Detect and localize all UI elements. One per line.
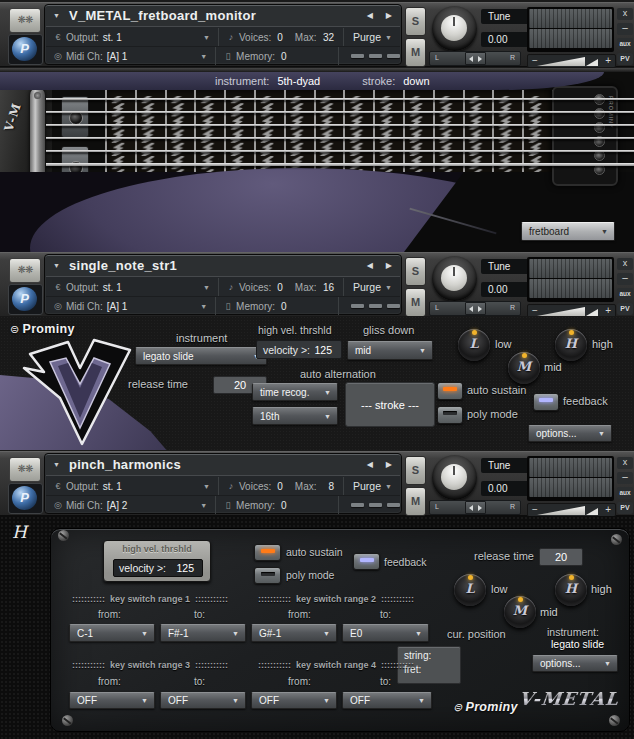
ks3-to-dropdown[interactable]: OFF▼ <box>160 692 246 709</box>
next-instrument-icon[interactable]: ▶ <box>386 11 392 20</box>
aux-button[interactable]: aux <box>617 487 633 499</box>
to-label: to: <box>194 609 205 620</box>
pv-button[interactable]: PV <box>617 502 633 514</box>
purge-menu[interactable]: Purge ▼ <box>343 278 400 296</box>
collapse-arrow-icon[interactable]: ▼ <box>53 12 60 19</box>
output-select[interactable]: € Output:st. 1 ▼ <box>46 278 218 296</box>
tune-knob[interactable] <box>432 455 477 500</box>
instrument-dropdown[interactable]: legato slide▼ <box>135 347 267 365</box>
options-dropdown[interactable]: options...▼ <box>528 425 612 442</box>
release-time-value[interactable]: 20 <box>539 548 583 566</box>
ks2-from-dropdown[interactable]: G#-1▼ <box>251 624 337 642</box>
volume-thumb[interactable] <box>586 309 598 316</box>
feedback-button[interactable] <box>353 553 380 570</box>
close-button[interactable]: x <box>617 258 633 270</box>
volume-slider[interactable]: −+ <box>527 54 616 68</box>
poly-mode-button[interactable] <box>437 406 463 424</box>
gear-icon: ❋❋ <box>18 14 33 25</box>
volume-thumb[interactable] <box>586 59 598 66</box>
volume-thumb[interactable] <box>586 508 598 515</box>
auto-sustain-button[interactable] <box>437 382 463 400</box>
purge-menu[interactable]: Purge ▼ <box>343 477 400 495</box>
slot-title[interactable]: single_note_str1 <box>69 258 177 273</box>
slot-title[interactable]: pinch_harmonics <box>69 457 181 472</box>
slot-title[interactable]: V_METAL_fretboard_monitor <box>69 8 256 23</box>
mid-knob[interactable]: M <box>508 352 540 384</box>
time-recognition-dropdown[interactable]: time recog.▼ <box>252 383 338 401</box>
close-button[interactable]: x <box>617 457 633 469</box>
pv-button[interactable]: PV <box>617 53 633 65</box>
feedback-button[interactable] <box>533 393 559 411</box>
guitar-string <box>46 150 634 152</box>
tune-knob[interactable] <box>432 6 477 51</box>
collapse-arrow-icon[interactable]: ▼ <box>53 461 60 468</box>
prev-instrument-icon[interactable]: ◀ <box>367 460 373 469</box>
aux-button[interactable]: aux <box>617 38 633 50</box>
mute-button[interactable]: M <box>405 38 426 67</box>
low-knob[interactable]: L <box>458 329 490 361</box>
instrument-slot-header-2: ❋❋ P ▼ single_note_str1 ◀▶ € Output:st. … <box>0 252 634 317</box>
max-voices-value[interactable]: 32 <box>323 32 334 43</box>
midi-channel-select[interactable]: ◎ Midi Ch:[A] 1 ▼ <box>46 297 215 315</box>
pan-thumb[interactable] <box>465 501 486 514</box>
auto-sustain-button[interactable] <box>254 544 281 561</box>
mute-button[interactable]: M <box>405 487 426 516</box>
ks1-from-dropdown[interactable]: C-1▼ <box>69 624 155 642</box>
prominy-logo-icon: P <box>12 37 37 61</box>
instrument-value: legato slide <box>551 638 604 650</box>
high-knob-label: high <box>591 583 612 595</box>
solo-button[interactable]: S <box>405 257 426 286</box>
mid-knob-glyph: M <box>504 603 536 618</box>
view-selector-dropdown[interactable]: fretboard ▼ <box>521 222 615 241</box>
next-instrument-icon[interactable]: ▶ <box>386 460 392 469</box>
output-select[interactable]: € Output:st. 1 ▼ <box>46 477 218 495</box>
purge-menu[interactable]: Purge ▼ <box>343 28 400 46</box>
aux-button[interactable]: aux <box>617 288 633 300</box>
mute-button[interactable]: M <box>405 288 426 317</box>
high-knob[interactable]: H <box>555 574 587 606</box>
pan-slider[interactable]: LR <box>429 301 521 316</box>
options-dropdown[interactable]: options...▼ <box>532 655 618 672</box>
gliss-down-dropdown[interactable]: mid▼ <box>347 341 433 360</box>
pan-thumb[interactable] <box>465 302 486 315</box>
prominy-logo: P <box>8 284 43 315</box>
chevron-down-icon: ▼ <box>418 697 425 704</box>
minimize-button[interactable]: – <box>617 472 633 484</box>
slot-options-button[interactable]: ❋❋ <box>9 258 41 283</box>
ks2-to-dropdown[interactable]: E0▼ <box>342 624 429 642</box>
volume-slider[interactable]: −+ <box>527 503 616 517</box>
minimize-button[interactable]: – <box>617 23 633 35</box>
minimize-button[interactable]: – <box>617 273 633 285</box>
ks4-to-dropdown[interactable]: OFF▼ <box>342 692 432 709</box>
poly-mode-button[interactable] <box>254 567 281 584</box>
max-voices-value[interactable]: 8 <box>328 481 334 492</box>
prev-instrument-icon[interactable]: ◀ <box>367 261 373 270</box>
max-voices-value[interactable]: 16 <box>323 282 334 293</box>
velocity-threshold-value[interactable]: velocity >: 125 <box>113 559 203 577</box>
note-division-dropdown[interactable]: 16th▼ <box>252 407 338 425</box>
output-select[interactable]: € Output:st. 1 ▼ <box>46 28 218 46</box>
close-button[interactable]: x <box>617 8 633 20</box>
mid-knob[interactable]: M <box>504 596 536 628</box>
pan-slider[interactable]: LR <box>429 500 521 515</box>
solo-button[interactable]: S <box>405 7 426 36</box>
low-knob[interactable]: L <box>454 574 486 606</box>
solo-button[interactable]: S <box>405 456 426 485</box>
high-knob[interactable]: H <box>555 329 587 361</box>
prev-instrument-icon[interactable]: ◀ <box>367 11 373 20</box>
tune-knob[interactable] <box>432 256 477 301</box>
pinch-harmonics-panel: H high vel. thrshld velocity >: 125 auto… <box>0 516 634 739</box>
pv-button[interactable]: PV <box>617 303 633 315</box>
collapse-arrow-icon[interactable]: ▼ <box>53 262 60 269</box>
velocity-threshold-value[interactable]: velocity >: 125 <box>256 340 342 359</box>
next-instrument-icon[interactable]: ▶ <box>386 261 392 270</box>
slot-options-button[interactable]: ❋❋ <box>9 457 41 482</box>
slot-options-button[interactable]: ❋❋ <box>9 8 41 33</box>
ks1-to-dropdown[interactable]: F#-1▼ <box>160 624 246 642</box>
midi-channel-select[interactable]: ◎ Midi Ch:[A] 1 ▼ <box>46 47 215 65</box>
midi-channel-select[interactable]: ◎ Midi Ch:[A] 2 ▼ <box>46 496 215 514</box>
ks3-from-dropdown[interactable]: OFF▼ <box>69 692 155 709</box>
pan-thumb[interactable] <box>465 52 486 65</box>
ks4-from-dropdown[interactable]: OFF▼ <box>251 692 337 709</box>
pan-slider[interactable]: LR <box>429 51 521 66</box>
